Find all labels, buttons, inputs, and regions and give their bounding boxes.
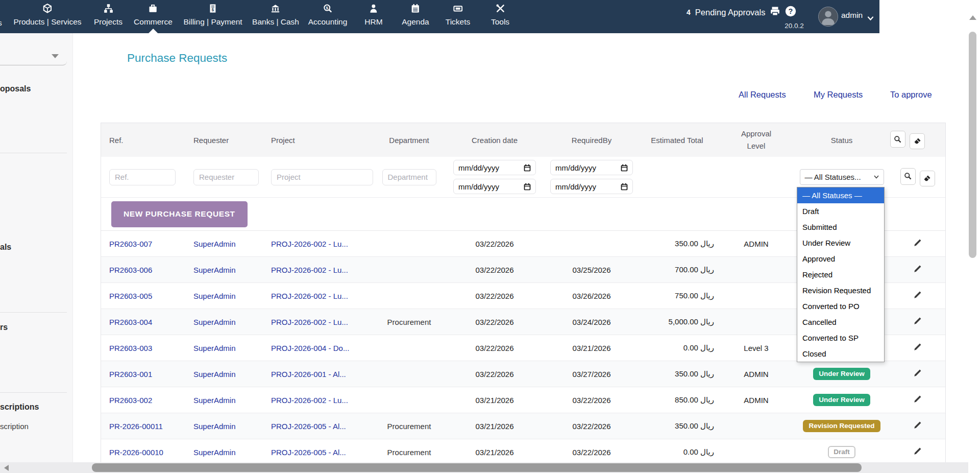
status-option-closed[interactable]: Closed (797, 346, 884, 362)
project-link[interactable]: PROJ-2026-005 - Al... (262, 448, 377, 457)
ref-link[interactable]: PR2603-007 (101, 240, 183, 248)
ref-link[interactable]: PR-2026-00010 (101, 448, 183, 457)
clear-filters-button[interactable] (920, 171, 935, 186)
requester-filter-input[interactable] (193, 169, 259, 185)
requiredby-date-from-input[interactable]: mm/dd/yyyy (550, 160, 633, 175)
tab-all-requests[interactable]: All Requests (739, 90, 786, 100)
nav-item-accounting[interactable]: $Accounting (308, 0, 348, 33)
edit-button[interactable] (912, 290, 923, 302)
sidebar-item-subscription[interactable]: scription (0, 422, 29, 431)
status-option-rejected[interactable]: Rejected (797, 267, 884, 282)
nav-item-banks-cash[interactable]: Banks | Cash (252, 0, 299, 33)
sidebar-item-als[interactable]: als (0, 243, 11, 252)
ref-filter-input[interactable] (109, 169, 176, 185)
new-purchase-request-button[interactable]: NEW PURCHASE REQUEST (111, 201, 248, 227)
edit-button[interactable] (912, 420, 923, 432)
requester-link[interactable]: SuperAdmin (183, 292, 262, 300)
nav-item-tools[interactable]: Tools (491, 0, 509, 33)
column-header-department[interactable]: Department (377, 136, 441, 145)
column-header-creation-date[interactable]: Creation date (441, 136, 548, 145)
ref-link[interactable]: PR2603-002 (101, 396, 183, 405)
project-filter-input[interactable] (271, 169, 373, 185)
nav-item-projects[interactable]: Projects (94, 0, 122, 33)
requester-link[interactable]: SuperAdmin (183, 448, 262, 457)
requester-link[interactable]: SuperAdmin (183, 344, 262, 352)
status-option-under-review[interactable]: Under Review (797, 235, 884, 251)
project-link[interactable]: PROJ-2026-005 - Al... (262, 422, 377, 431)
ref-link[interactable]: PR2603-005 (101, 292, 183, 300)
requester-link[interactable]: SuperAdmin (183, 370, 262, 379)
chevron-down-icon[interactable] (867, 14, 874, 23)
nav-item-commerce[interactable]: Commerce (134, 0, 173, 33)
edit-button[interactable] (912, 316, 923, 328)
requester-link[interactable]: SuperAdmin (183, 266, 262, 274)
status-option-cancelled[interactable]: Cancelled (797, 314, 884, 330)
user-avatar[interactable] (818, 7, 838, 27)
sidebar-item-rs[interactable]: rs (0, 323, 8, 332)
column-header-requiredby[interactable]: RequiredBy (548, 136, 635, 145)
tab-my-requests[interactable]: My Requests (814, 90, 863, 100)
nav-item-billing-payment[interactable]: $Billing | Payment (183, 0, 242, 33)
edit-button[interactable] (912, 368, 923, 380)
column-header-requester[interactable]: Requester (183, 136, 262, 145)
user-name[interactable]: admin (841, 11, 863, 20)
status-filter-select[interactable]: — All Statuses... (800, 169, 884, 185)
ref-link[interactable]: PR2603-004 (101, 318, 183, 326)
horizontal-scrollbar-left-arrow[interactable] (4, 465, 9, 471)
requester-link[interactable]: SuperAdmin (183, 240, 262, 248)
nav-item-products-services[interactable]: Products | Services (13, 0, 81, 33)
status-option-converted-to-sp[interactable]: Converted to SP (797, 330, 884, 346)
edit-button[interactable] (912, 394, 923, 406)
column-header-estimated-total[interactable]: Estimated Total (635, 136, 719, 145)
ref-link[interactable]: PR2603-003 (101, 344, 183, 352)
project-link[interactable]: PROJ-2026-002 - Lu... (262, 292, 377, 300)
ref-link[interactable]: PR2603-001 (101, 370, 183, 379)
department-filter-input[interactable] (382, 169, 436, 185)
pending-approvals[interactable]: 4 Pending Approvals ? (687, 6, 796, 19)
search-button[interactable] (900, 168, 916, 185)
nav-item-agenda[interactable]: Agenda (402, 0, 429, 33)
edit-button[interactable] (912, 446, 923, 458)
edit-button[interactable] (912, 264, 923, 276)
nav-item-tickets[interactable]: Tickets (446, 0, 471, 33)
status-option-converted-to-po[interactable]: Converted to PO (797, 298, 884, 314)
search-button[interactable] (890, 131, 905, 148)
help-icon[interactable]: ? (785, 6, 796, 19)
nav-item-cut-off[interactable]: s (0, 18, 2, 28)
vertical-scrollbar-thumb[interactable] (969, 32, 976, 258)
horizontal-scrollbar-thumb[interactable] (92, 463, 862, 472)
status-option-draft[interactable]: Draft (797, 203, 884, 219)
sidebar-select[interactable] (0, 45, 67, 65)
printer-icon[interactable] (770, 6, 780, 18)
column-header-status[interactable]: Status (793, 136, 890, 145)
creation-date-from-input[interactable]: mm/dd/yyyy (453, 160, 536, 175)
edit-button[interactable] (912, 342, 923, 354)
column-header-approval-level[interactable]: Approval Level (719, 128, 793, 152)
status-option-revision-requested[interactable]: Revision Requested (797, 282, 884, 298)
project-link[interactable]: PROJ-2026-002 - Lu... (262, 240, 377, 248)
project-link[interactable]: PROJ-2026-004 - Do... (262, 344, 377, 352)
status-option-submitted[interactable]: Submitted (797, 219, 884, 235)
tab-to-approve[interactable]: To approve (890, 90, 932, 100)
requester-link[interactable]: SuperAdmin (183, 318, 262, 326)
ref-link[interactable]: PR-2026-00011 (101, 422, 183, 431)
ref-link[interactable]: PR2603-006 (101, 266, 183, 274)
requester-link[interactable]: SuperAdmin (183, 422, 262, 431)
sidebar-item-subscriptions[interactable]: scriptions (0, 403, 39, 412)
project-link[interactable]: PROJ-2026-001 - Al... (262, 370, 377, 379)
requiredby-date-to-input[interactable]: mm/dd/yyyy (550, 179, 633, 194)
sidebar-item-proposals[interactable]: oposals (0, 84, 31, 93)
clear-filters-button[interactable] (910, 133, 925, 149)
requester-link[interactable]: SuperAdmin (183, 396, 262, 405)
status-option-approved[interactable]: Approved (797, 251, 884, 267)
horizontal-scrollbar-track[interactable] (0, 462, 968, 473)
status-option-all-statuses[interactable]: — All Statuses — (797, 187, 884, 203)
project-link[interactable]: PROJ-2026-002 - Lu... (262, 318, 377, 326)
project-link[interactable]: PROJ-2026-002 - Lu... (262, 396, 377, 405)
column-header-ref[interactable]: Ref. (101, 136, 183, 145)
nav-item-hrm[interactable]: HRM (364, 0, 382, 33)
column-header-project[interactable]: Project (262, 136, 377, 145)
project-link[interactable]: PROJ-2026-002 - Lu... (262, 266, 377, 274)
vertical-scrollbar-up-arrow[interactable] (969, 15, 976, 20)
creation-date-to-input[interactable]: mm/dd/yyyy (453, 179, 536, 194)
